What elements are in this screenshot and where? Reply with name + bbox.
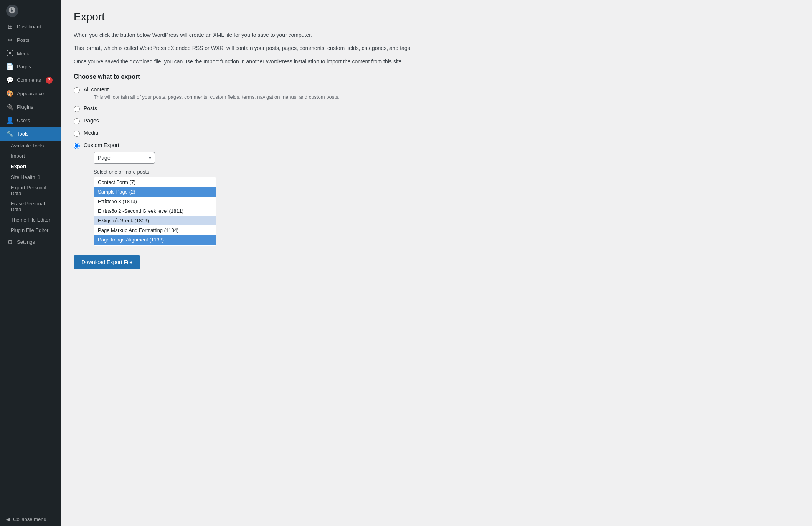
wordpress-logo: 🅦: [6, 5, 18, 17]
option-all-content: All content This will contain all of you…: [74, 86, 800, 100]
download-export-button[interactable]: Download Export File: [74, 255, 140, 269]
posts-icon: ✏: [6, 36, 14, 44]
label-all-content[interactable]: All content: [84, 86, 109, 93]
sidebar-item-plugins[interactable]: 🔌 Plugins: [0, 100, 61, 114]
sidebar-item-appearance[interactable]: 🎨 Appearance: [0, 87, 61, 100]
sidebar-item-pages-label: Pages: [17, 64, 31, 69]
label-pages[interactable]: Pages: [84, 117, 99, 124]
sidebar-item-settings[interactable]: ⚙ Settings: [0, 235, 61, 249]
sidebar-sub-site-health[interactable]: Site Health: [11, 174, 35, 180]
settings-icon: ⚙: [6, 238, 14, 246]
radio-pages[interactable]: [74, 118, 80, 124]
list-item[interactable]: Επίπεδο 3 (1813): [94, 197, 216, 206]
sidebar-sub-export[interactable]: Export: [0, 161, 61, 172]
radio-media[interactable]: [74, 131, 80, 137]
list-item[interactable]: Page Markup And Formatting (1134): [94, 225, 216, 235]
sidebar-item-posts-label: Posts: [17, 37, 30, 43]
sidebar-item-dashboard-label: Dashboard: [17, 24, 41, 30]
description-3: Once you've saved the download file, you…: [74, 57, 419, 66]
sidebar-item-appearance-label: Appearance: [17, 91, 44, 96]
list-item[interactable]: Page Image Alignment (1133): [94, 235, 216, 245]
posts-listbox[interactable]: Contact Form (7)Sample Page (2)Επίπεδο 3…: [94, 177, 216, 246]
page-type-select[interactable]: Page Post Media: [94, 152, 155, 164]
select-label: Select one or more posts: [94, 169, 216, 175]
export-options: All content This will contain all of you…: [74, 86, 800, 246]
sidebar-item-plugins-label: Plugins: [17, 104, 33, 110]
sidebar-item-tools[interactable]: 🔧 Tools: [0, 127, 61, 141]
label-media[interactable]: Media: [84, 130, 98, 136]
media-icon: 🖼: [6, 50, 14, 57]
sidebar-item-dashboard[interactable]: ⊞ Dashboard: [0, 20, 61, 33]
tools-icon: 🔧: [6, 130, 14, 137]
sidebar-item-tools-label: Tools: [17, 131, 28, 137]
sidebar-nav: ⊞ Dashboard ✏ Posts 🖼 Media 📄 Pages 💬 Co…: [0, 20, 61, 249]
option-posts: Posts: [74, 105, 800, 112]
list-item[interactable]: Sample Page (2): [94, 187, 216, 197]
list-item[interactable]: Level 3b (748): [94, 245, 216, 246]
sidebar-sub-theme-file-editor[interactable]: Theme File Editor: [0, 215, 61, 225]
sidebar-item-media[interactable]: 🖼 Media: [0, 47, 61, 60]
list-item[interactable]: Επίπεδο 2 -Second Greek level (1811): [94, 206, 216, 216]
description-1: When you click the button below WordPres…: [74, 31, 419, 39]
dashboard-icon: ⊞: [6, 23, 14, 30]
sidebar-item-settings-label: Settings: [17, 239, 35, 245]
sidebar-item-media-label: Media: [17, 51, 30, 56]
plugins-icon: 🔌: [6, 103, 14, 111]
pages-icon: 📄: [6, 63, 14, 70]
sidebar-sub-erase-personal-data[interactable]: Erase Personal Data: [0, 198, 61, 215]
radio-posts[interactable]: [74, 106, 80, 112]
appearance-icon: 🎨: [6, 90, 14, 97]
comments-icon: 💬: [6, 76, 14, 84]
main-content: Export When you click the button below W…: [61, 0, 812, 526]
sidebar-item-comments[interactable]: 💬 Comments 3: [0, 73, 61, 87]
sidebar-sub-import[interactable]: Import: [0, 151, 61, 161]
label-posts[interactable]: Posts: [84, 105, 97, 111]
section-heading: Choose what to export: [74, 73, 800, 80]
collapse-menu-button[interactable]: ◀ Collapse menu: [0, 513, 61, 526]
sidebar-item-pages[interactable]: 📄 Pages: [0, 60, 61, 73]
sidebar-sub-export-personal-data[interactable]: Export Personal Data: [0, 182, 61, 198]
list-item[interactable]: Ελληνικά-Greek (1809): [94, 216, 216, 225]
sidebar-item-users-label: Users: [17, 117, 30, 123]
collapse-icon: ◀: [6, 516, 10, 522]
collapse-label: Collapse menu: [13, 516, 46, 522]
users-icon: 👤: [6, 117, 14, 124]
sidebar-sub-available-tools[interactable]: Available Tools: [0, 141, 61, 151]
custom-export-sub: Page Post Media ▾ Select one or more pos…: [94, 152, 216, 246]
radio-custom-export[interactable]: [74, 143, 80, 149]
site-health-badge: 1: [38, 174, 41, 180]
option-custom-export: Custom Export Page Post Media ▾ Select o…: [74, 142, 800, 246]
sidebar: 🅦 ⊞ Dashboard ✏ Posts 🖼 Media 📄 Pages 💬 …: [0, 0, 61, 526]
comments-badge: 3: [46, 77, 53, 84]
description-2: This format, which is called WordPress e…: [74, 44, 419, 52]
sidebar-brand: 🅦: [0, 0, 61, 20]
desc-all-content: This will contain all of your posts, pag…: [84, 94, 340, 100]
radio-all-content[interactable]: [74, 87, 80, 93]
sidebar-item-comments-label: Comments: [17, 77, 41, 83]
page-type-select-wrapper: Page Post Media ▾: [94, 152, 155, 164]
page-title: Export: [74, 11, 800, 23]
sidebar-item-users[interactable]: 👤 Users: [0, 114, 61, 127]
option-media: Media: [74, 130, 800, 137]
tools-submenu: Available Tools Import Export Site Healt…: [0, 141, 61, 235]
label-custom-export[interactable]: Custom Export: [84, 142, 119, 148]
list-item[interactable]: Contact Form (7): [94, 177, 216, 187]
option-pages: Pages: [74, 117, 800, 124]
sidebar-sub-plugin-file-editor[interactable]: Plugin File Editor: [0, 225, 61, 235]
sidebar-item-posts[interactable]: ✏ Posts: [0, 33, 61, 47]
